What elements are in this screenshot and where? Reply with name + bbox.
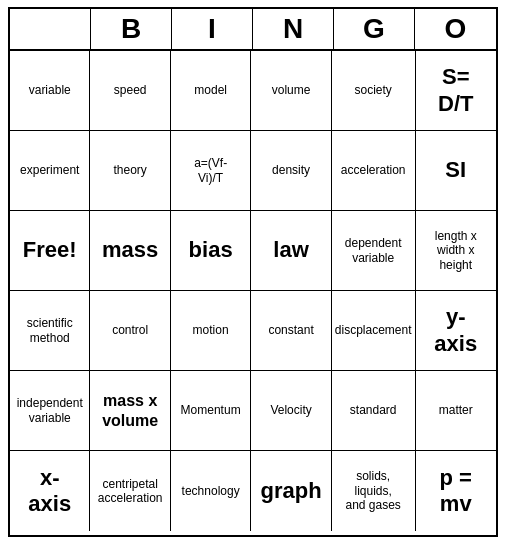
- cell-r2-c4: dependent variable: [332, 211, 416, 291]
- cell-r3-c2: motion: [171, 291, 251, 371]
- cell-r5-c3: graph: [251, 451, 331, 531]
- header-col-0: [10, 9, 91, 49]
- cell-r4-c4: standard: [332, 371, 416, 451]
- cell-r3-c4: discplacement: [332, 291, 416, 371]
- header-col-3: N: [253, 9, 334, 49]
- cell-r0-c0: variable: [10, 51, 90, 131]
- header-col-1: B: [91, 9, 172, 49]
- cell-r0-c2: model: [171, 51, 251, 131]
- cell-r4-c0: independent variable: [10, 371, 90, 451]
- cell-r1-c1: theory: [90, 131, 170, 211]
- header-col-5: O: [415, 9, 496, 49]
- cell-r5-c5: p = mv: [416, 451, 496, 531]
- bingo-header: BINGO: [10, 9, 496, 51]
- header-col-4: G: [334, 9, 415, 49]
- cell-r1-c2: a=(Vf- Vi)/T: [171, 131, 251, 211]
- cell-r4-c3: Velocity: [251, 371, 331, 451]
- cell-r3-c5: y- axis: [416, 291, 496, 371]
- cell-r1-c4: acceleration: [332, 131, 416, 211]
- cell-r0-c1: speed: [90, 51, 170, 131]
- cell-r5-c4: solids, liquids, and gases: [332, 451, 416, 531]
- cell-r4-c1: mass x volume: [90, 371, 170, 451]
- cell-r2-c3: law: [251, 211, 331, 291]
- cell-r1-c0: experiment: [10, 131, 90, 211]
- bingo-grid: variablespeedmodelvolumesocietyS= D/Texp…: [10, 51, 496, 531]
- header-col-2: I: [172, 9, 253, 49]
- cell-r5-c0: x- axis: [10, 451, 90, 531]
- cell-r0-c5: S= D/T: [416, 51, 496, 131]
- cell-r1-c5: SI: [416, 131, 496, 211]
- cell-r3-c0: scientific method: [10, 291, 90, 371]
- cell-r4-c5: matter: [416, 371, 496, 451]
- cell-r2-c5: length x width x height: [416, 211, 496, 291]
- cell-r1-c3: density: [251, 131, 331, 211]
- cell-r0-c3: volume: [251, 51, 331, 131]
- cell-r2-c2: bias: [171, 211, 251, 291]
- cell-r0-c4: society: [332, 51, 416, 131]
- cell-r2-c1: mass: [90, 211, 170, 291]
- cell-r2-c0: Free!: [10, 211, 90, 291]
- cell-r5-c1: centripetal acceleration: [90, 451, 170, 531]
- bingo-card: BINGO variablespeedmodelvolumesocietyS= …: [8, 7, 498, 537]
- cell-r4-c2: Momentum: [171, 371, 251, 451]
- cell-r5-c2: technology: [171, 451, 251, 531]
- cell-r3-c3: constant: [251, 291, 331, 371]
- cell-r3-c1: control: [90, 291, 170, 371]
